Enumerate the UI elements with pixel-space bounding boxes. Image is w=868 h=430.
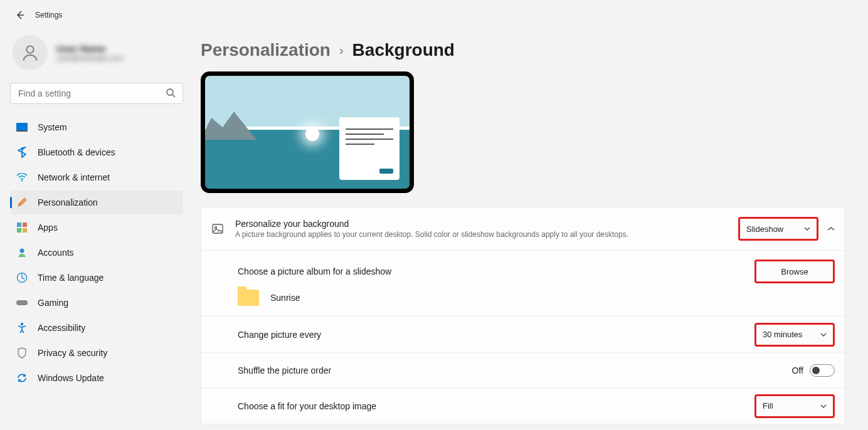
row-subtitle: A picture background applies to your cur… <box>235 230 738 239</box>
nav-label: Accessibility <box>38 323 85 333</box>
window-title: Settings <box>35 11 62 19</box>
nav-item-system[interactable]: System <box>10 115 183 139</box>
svg-rect-2 <box>16 123 28 130</box>
breadcrumb-parent[interactable]: Personalization <box>201 40 331 60</box>
main-content: Personalization › Background Personalize… <box>188 30 868 424</box>
svg-rect-6 <box>23 223 27 227</box>
svg-point-12 <box>21 323 23 325</box>
nav-label: Apps <box>38 223 58 233</box>
paintbrush-icon <box>16 197 28 208</box>
accessibility-icon <box>16 322 28 333</box>
wifi-icon <box>16 172 28 183</box>
search-icon <box>166 88 176 98</box>
user-email: user@example.com <box>56 54 124 63</box>
person-icon <box>21 43 40 62</box>
svg-rect-3 <box>16 130 28 132</box>
chevron-down-icon <box>820 404 827 408</box>
button-label: Browse <box>781 267 808 276</box>
svg-point-4 <box>21 180 23 182</box>
nav-label: Privacy & security <box>38 348 107 358</box>
nav-item-time-language[interactable]: Time & language <box>10 266 183 290</box>
row-title: Personalize your background <box>235 219 738 229</box>
select-value: 30 minutes <box>763 330 803 339</box>
svg-rect-7 <box>17 228 21 233</box>
svg-rect-13 <box>213 224 223 233</box>
chevron-right-icon: › <box>339 43 344 58</box>
shield-icon <box>16 347 28 359</box>
background-preview <box>201 71 414 193</box>
shuffle-toggle[interactable] <box>810 364 835 377</box>
avatar <box>13 35 48 70</box>
back-button[interactable] <box>8 3 33 28</box>
nav-label: Gaming <box>38 298 68 308</box>
toggle-state-label: Off <box>792 365 803 375</box>
chevron-down-icon <box>820 333 827 337</box>
breadcrumb: Personalization › Background <box>201 40 854 60</box>
expand-collapse-button[interactable] <box>827 226 835 231</box>
nav-item-personalization[interactable]: Personalization <box>10 191 183 214</box>
nav-item-windows-update[interactable]: Windows Update <box>10 366 183 390</box>
picture-icon <box>211 223 224 235</box>
row-title: Change picture every <box>238 330 754 340</box>
svg-rect-5 <box>17 223 21 227</box>
display-icon <box>16 122 28 133</box>
row-title: Choose a picture album for a slideshow <box>238 266 754 276</box>
page-title: Background <box>352 40 455 60</box>
accounts-icon <box>16 247 28 258</box>
select-value: Fill <box>763 401 773 411</box>
user-name: User Name <box>56 43 124 54</box>
row-personalize-background[interactable]: Personalize your background A picture ba… <box>201 207 845 250</box>
apps-icon <box>16 222 28 233</box>
svg-point-9 <box>20 249 24 253</box>
user-block[interactable]: User Name user@example.com <box>10 30 183 83</box>
nav-label: Personalization <box>38 197 98 207</box>
background-type-select[interactable]: Slideshow <box>738 217 818 241</box>
globe-clock-icon <box>16 272 28 283</box>
nav-label: Windows Update <box>38 373 104 383</box>
sidebar: User Name user@example.com System Blueto… <box>0 30 188 424</box>
nav-item-network[interactable]: Network & internet <box>10 165 183 189</box>
update-icon <box>16 372 28 384</box>
svg-point-0 <box>26 46 33 53</box>
search-input[interactable] <box>10 83 183 104</box>
row-choose-fit: Choose a fit for your desktop image Fill <box>201 387 845 424</box>
nav-list: System Bluetooth & devices Network & int… <box>10 115 183 390</box>
svg-point-1 <box>167 89 173 95</box>
svg-rect-8 <box>23 228 27 233</box>
folder-icon <box>238 290 259 306</box>
folder-name: Sunrise <box>270 293 300 303</box>
nav-item-gaming[interactable]: Gaming <box>10 291 183 315</box>
nav-item-apps[interactable]: Apps <box>10 216 183 239</box>
bluetooth-icon <box>16 147 28 158</box>
row-shuffle: Shuffle the picture order Off <box>201 352 845 387</box>
row-change-interval: Change picture every 30 minutes <box>201 316 845 352</box>
chevron-up-icon <box>827 226 835 231</box>
nav-item-bluetooth[interactable]: Bluetooth & devices <box>10 140 183 164</box>
arrow-left-icon <box>15 10 25 20</box>
svg-rect-11 <box>16 300 28 305</box>
select-value: Slideshow <box>746 224 783 234</box>
svg-point-14 <box>214 226 216 228</box>
nav-label: Time & language <box>38 273 103 283</box>
row-choose-album: Choose a picture album for a slideshow B… <box>201 250 845 316</box>
settings-list: Personalize your background A picture ba… <box>201 207 845 424</box>
fit-select[interactable]: Fill <box>754 394 835 418</box>
nav-label: System <box>38 122 67 132</box>
gamepad-icon <box>16 297 28 308</box>
nav-label: Network & internet <box>38 172 110 182</box>
browse-button[interactable]: Browse <box>754 260 835 283</box>
row-title: Shuffle the picture order <box>238 365 792 375</box>
row-title: Choose a fit for your desktop image <box>238 401 754 411</box>
nav-item-accounts[interactable]: Accounts <box>10 241 183 265</box>
interval-select[interactable]: 30 minutes <box>754 323 835 347</box>
chevron-down-icon <box>804 227 810 231</box>
nav-item-privacy[interactable]: Privacy & security <box>10 341 183 365</box>
nav-label: Accounts <box>38 248 74 258</box>
nav-label: Bluetooth & devices <box>38 147 115 157</box>
nav-item-accessibility[interactable]: Accessibility <box>10 316 183 340</box>
